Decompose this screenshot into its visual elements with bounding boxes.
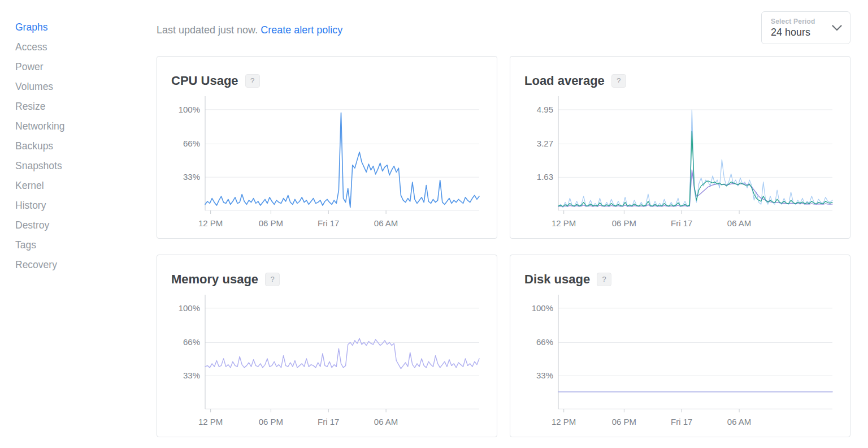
cpu-usage-card: CPU Usage ? 33%66%100%12 PM06 PMFri 1706…	[157, 56, 497, 239]
y-axis-label: 100%	[179, 303, 200, 313]
y-axis-label: 33%	[183, 371, 200, 380]
memory-usage-title: Memory usage	[171, 272, 258, 287]
sidebar-item-backups[interactable]: Backups	[15, 139, 140, 158]
header-row: Last updated just now. Create alert poli…	[157, 24, 850, 36]
load-average-chart: 1.633.274.9512 PM06 PMFri 1706 AM	[524, 94, 836, 239]
sidebar: GraphsAccessPowerVolumesResizeNetworking…	[15, 20, 140, 277]
y-axis-label: 4.95	[537, 105, 553, 114]
x-axis-label: 06 AM	[374, 417, 398, 427]
sidebar-item-power[interactable]: Power	[15, 59, 140, 79]
y-axis-label: 100%	[532, 303, 553, 313]
y-axis-label: 66%	[183, 337, 200, 347]
period-select-label: Select Period	[771, 18, 815, 25]
x-axis-label: 06 PM	[259, 417, 283, 427]
help-icon[interactable]: ?	[611, 74, 626, 88]
create-alert-policy-link[interactable]: Create alert policy	[261, 24, 342, 36]
chart-canvas: 33%66%100%12 PM06 PMFri 1706 AM	[524, 292, 836, 437]
disk-usage-chart: 33%66%100%12 PM06 PMFri 1706 AM	[524, 292, 836, 437]
sidebar-item-kernel[interactable]: Kernel	[15, 178, 140, 198]
x-axis-label: Fri 17	[318, 218, 339, 228]
y-axis-label: 33%	[536, 371, 553, 380]
help-icon[interactable]: ?	[597, 273, 611, 286]
disk-usage-card: Disk usage ? 33%66%100%12 PM06 PMFri 170…	[510, 255, 850, 437]
last-updated-text: Last updated just now.	[157, 24, 258, 36]
y-axis-label: 1.63	[537, 172, 553, 182]
x-axis-label: 06 AM	[374, 218, 398, 228]
load-average-title: Load average	[524, 74, 605, 88]
y-axis-label: 66%	[183, 139, 200, 148]
charts-grid: CPU Usage ? 33%66%100%12 PM06 PMFri 1706…	[157, 56, 850, 437]
memory-usage-chart: 33%66%100%12 PM06 PMFri 1706 AM	[171, 292, 483, 437]
x-axis-label: Fri 17	[671, 417, 692, 427]
cpu-usage-chart: 33%66%100%12 PM06 PMFri 1706 AM	[171, 94, 483, 239]
y-axis-label: 3.27	[537, 139, 553, 148]
x-axis-label: 06 PM	[259, 218, 283, 228]
sidebar-item-history[interactable]: History	[15, 198, 140, 218]
x-axis-label: 06 PM	[612, 417, 636, 427]
period-select-dropdown[interactable]: Select Period 24 hours	[761, 11, 850, 44]
disk-usage-title: Disk usage	[524, 272, 590, 287]
y-axis-label: 33%	[183, 172, 200, 182]
chart-canvas: 33%66%100%12 PM06 PMFri 1706 AM	[171, 94, 483, 239]
sidebar-item-resize[interactable]: Resize	[15, 99, 140, 119]
x-axis-label: 12 PM	[198, 417, 223, 427]
chart-canvas: 33%66%100%12 PM06 PMFri 1706 AM	[171, 292, 483, 437]
sidebar-item-recovery[interactable]: Recovery	[15, 257, 140, 277]
period-select-value: 24 hours	[771, 27, 815, 38]
x-axis-label: Fri 17	[671, 218, 692, 228]
sidebar-item-volumes[interactable]: Volumes	[15, 79, 140, 99]
period-select-texts: Select Period 24 hours	[771, 18, 815, 38]
x-axis-label: 12 PM	[198, 218, 223, 228]
sidebar-item-snapshots[interactable]: Snapshots	[15, 158, 140, 178]
memory-usage-card: Memory usage ? 33%66%100%12 PM06 PMFri 1…	[157, 255, 497, 437]
load-average-card: Load average ? 1.633.274.9512 PM06 PMFri…	[510, 56, 850, 239]
cpu-usage-title: CPU Usage	[171, 74, 238, 88]
sidebar-item-access[interactable]: Access	[15, 40, 140, 59]
sidebar-item-destroy[interactable]: Destroy	[15, 218, 140, 238]
help-icon[interactable]: ?	[265, 273, 280, 286]
chart-canvas: 1.633.274.9512 PM06 PMFri 1706 AM	[524, 94, 836, 239]
y-axis-label: 100%	[179, 105, 200, 114]
main-content: Last updated just now. Create alert poli…	[157, 0, 850, 36]
memory-percent-series-line	[205, 338, 479, 368]
x-axis-label: 06 AM	[727, 218, 752, 228]
sidebar-item-tags[interactable]: Tags	[15, 238, 140, 257]
x-axis-label: 06 PM	[612, 218, 636, 228]
sidebar-item-graphs[interactable]: Graphs	[15, 20, 140, 40]
y-axis-label: 66%	[536, 337, 553, 347]
help-icon[interactable]: ?	[245, 74, 260, 88]
x-axis-label: 12 PM	[552, 218, 576, 228]
x-axis-label: 06 AM	[727, 417, 752, 427]
droplet-graphs-page: GraphsAccessPowerVolumesResizeNetworking…	[0, 0, 868, 448]
x-axis-label: Fri 17	[318, 417, 339, 427]
x-axis-label: 12 PM	[552, 417, 576, 427]
chevron-down-icon	[832, 25, 842, 31]
cpu-percent-series-line	[205, 113, 479, 208]
sidebar-item-networking[interactable]: Networking	[15, 119, 140, 139]
